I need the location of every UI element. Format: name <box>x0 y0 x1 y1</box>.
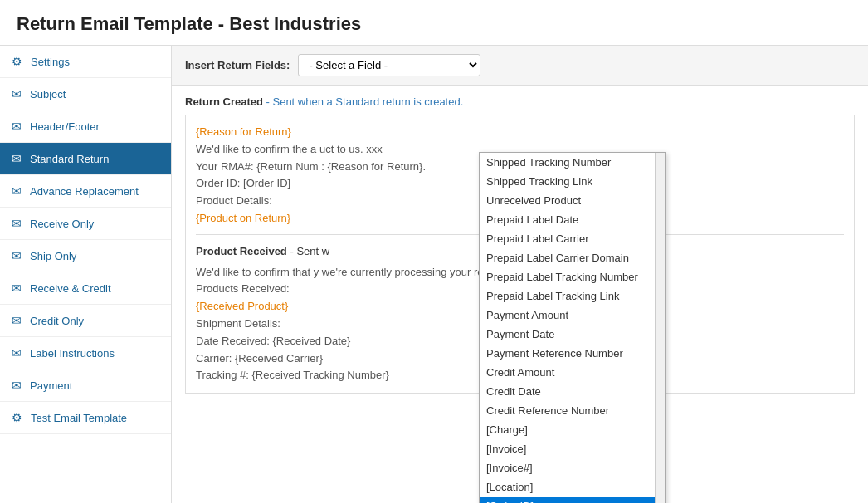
reason-placeholder: {Reason for Return} <box>196 124 844 141</box>
email-icon: ✉ <box>12 249 22 262</box>
email-icon: ✉ <box>12 281 22 295</box>
field-dropdown[interactable]: Shipped Tracking Number Shipped Tracking… <box>479 152 666 503</box>
drop-item-prepaid-label-date[interactable]: Prepaid Label Date <box>480 210 665 229</box>
email-icon: ✉ <box>12 87 22 100</box>
main-content: Insert Return Fields: - Select a Field -… <box>172 46 868 503</box>
email-icon: ✉ <box>12 184 22 198</box>
drop-item-invoice[interactable]: [Invoice] <box>480 439 665 458</box>
settings-icon: ⚙ <box>12 55 22 68</box>
sidebar-item-subject[interactable]: ✉ Subject <box>0 78 171 110</box>
insert-fields-select[interactable]: - Select a Field - <box>298 54 480 76</box>
sidebar-item-label: Receive Only <box>30 218 94 230</box>
sidebar-item-label: Test Email Template <box>31 412 127 424</box>
drop-item-shipped-tracking-link[interactable]: Shipped Tracking Link <box>480 172 665 191</box>
sidebar-item-label: Header/Footer <box>30 120 100 133</box>
email-icon: ✉ <box>12 346 22 360</box>
drop-item-credit-date[interactable]: Credit Date <box>480 382 665 401</box>
sidebar-item-label: Subject <box>30 88 66 100</box>
sidebar-item-credit-only[interactable]: ✉ Credit Only <box>0 305 171 337</box>
drop-item-unreceived-product[interactable]: Unreceived Product <box>480 191 665 210</box>
drop-item-invoice-hash[interactable]: [Invoice#] <box>480 458 665 477</box>
return-created-header: Return Created - Sent when a Standard re… <box>185 95 855 108</box>
sidebar: ⚙ Settings ✉ Subject ✉ Header/Footer ✉ S… <box>0 46 172 503</box>
drop-item-charge[interactable]: [Charge] <box>480 420 665 439</box>
content-area: Return Created - Sent when a Standard re… <box>172 86 868 404</box>
sidebar-item-label: Ship Only <box>30 250 76 262</box>
drop-item-credit-amount[interactable]: Credit Amount <box>480 363 665 382</box>
sidebar-item-receive-credit[interactable]: ✉ Receive & Credit <box>0 272 171 305</box>
page-title: Return Email Template - Best Industries <box>0 0 868 46</box>
return-created-desc: - Sent when a Standard return is created… <box>266 95 464 108</box>
dropdown-scrollbar[interactable] <box>655 153 665 503</box>
toolbar: Insert Return Fields: - Select a Field - <box>172 46 868 86</box>
sidebar-item-advance-replacement[interactable]: ✉ Advance Replacement <box>0 175 171 208</box>
drop-item-payment-amount[interactable]: Payment Amount <box>480 306 665 325</box>
drop-item-prepaid-label-tracking-number[interactable]: Prepaid Label Tracking Number <box>480 267 665 286</box>
sidebar-item-receive-only[interactable]: ✉ Receive Only <box>0 208 171 240</box>
insert-fields-label: Insert Return Fields: <box>185 59 290 71</box>
sidebar-item-payment[interactable]: ✉ Payment <box>0 369 171 402</box>
gear-icon: ⚙ <box>12 411 22 424</box>
drop-item-prepaid-label-carrier-domain[interactable]: Prepaid Label Carrier Domain <box>480 248 665 267</box>
return-created-label: Return Created <box>185 95 263 108</box>
drop-item-payment-date[interactable]: Payment Date <box>480 325 665 344</box>
sidebar-item-label: Label Instructions <box>30 347 115 360</box>
drop-item-location[interactable]: [Location] <box>480 477 665 497</box>
drop-item-shipped-tracking-number[interactable]: Shipped Tracking Number <box>480 153 665 172</box>
drop-item-credit-reference-number[interactable]: Credit Reference Number <box>480 401 665 420</box>
sidebar-item-test-email[interactable]: ⚙ Test Email Template <box>0 402 171 434</box>
drop-item-prepaid-label-tracking-link[interactable]: Prepaid Label Tracking Link <box>480 286 665 306</box>
sidebar-item-header-footer[interactable]: ✉ Header/Footer <box>0 110 171 143</box>
sidebar-item-label: Receive & Credit <box>30 282 111 295</box>
sidebar-item-label: Credit Only <box>30 315 84 327</box>
email-icon: ✉ <box>12 379 22 392</box>
sidebar-item-label: Payment <box>30 379 72 392</box>
drop-item-order-id[interactable]: [Order ID] <box>480 497 665 503</box>
sidebar-item-settings[interactable]: ⚙ Settings <box>0 46 171 78</box>
email-icon: ✉ <box>12 152 22 165</box>
sidebar-item-label-instructions[interactable]: ✉ Label Instructions <box>0 337 171 369</box>
sidebar-item-ship-only[interactable]: ✉ Ship Only <box>0 240 171 272</box>
drop-item-payment-reference-number[interactable]: Payment Reference Number <box>480 344 665 363</box>
dropdown-scroll-wrapper: Shipped Tracking Number Shipped Tracking… <box>480 153 665 503</box>
sidebar-item-label: Standard Return <box>30 153 109 165</box>
drop-item-prepaid-label-carrier[interactable]: Prepaid Label Carrier <box>480 229 665 248</box>
sidebar-item-label: Advance Replacement <box>30 185 139 198</box>
email-icon: ✉ <box>12 217 22 230</box>
email-icon: ✉ <box>12 120 22 133</box>
email-icon: ✉ <box>12 314 22 327</box>
sidebar-item-label: Settings <box>31 56 70 68</box>
sidebar-item-standard-return[interactable]: ✉ Standard Return <box>0 143 171 175</box>
